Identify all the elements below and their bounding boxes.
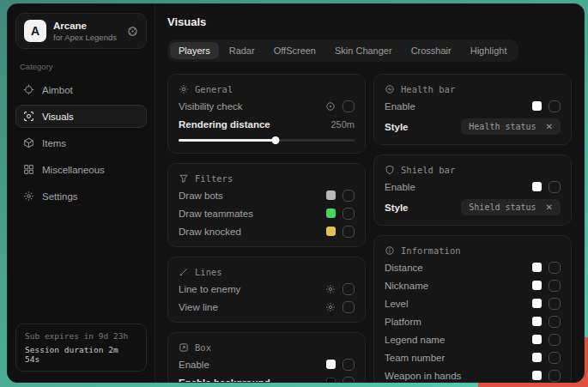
checkbox[interactable]	[342, 301, 355, 313]
info-icon	[385, 245, 395, 256]
card-title: Shield bar	[401, 165, 455, 175]
color-swatch[interactable]	[532, 101, 542, 111]
rendering-distance-slider[interactable]	[179, 136, 355, 144]
sidebar-item-miscellaneous[interactable]: Miscellaneous	[15, 158, 147, 181]
category-label: Category	[20, 62, 142, 71]
setting-row-draw-teammates: Draw teammates	[179, 207, 355, 220]
setting-row-view-line: View line	[179, 300, 355, 313]
setting-row-draw-knocked: Draw knocked	[179, 225, 355, 238]
checkbox[interactable]	[549, 262, 561, 274]
sidebar-item-settings[interactable]: Settings	[15, 184, 147, 208]
health-style-select[interactable]: Health status ✕	[461, 118, 561, 135]
color-swatch[interactable]	[532, 263, 542, 272]
tab-crosshair[interactable]: Crosshair	[403, 42, 460, 59]
checkbox[interactable]	[342, 377, 355, 384]
card-title: Filters	[195, 173, 233, 184]
shield-style-select[interactable]: Shield status ✕	[461, 199, 561, 215]
logo-card: A Arcane for Apex Legends	[15, 13, 147, 49]
checkbox[interactable]	[342, 190, 355, 202]
checkbox[interactable]	[549, 100, 561, 112]
card-information: Information Distance Nickname	[373, 235, 572, 383]
sidebar-item-items[interactable]: Items	[15, 131, 147, 154]
color-swatch[interactable]	[326, 190, 336, 200]
tabbar: Players Radar OffScreen Skin Changer Cro…	[167, 39, 518, 62]
app-subtitle: for Apex Legends	[53, 33, 120, 42]
checkbox[interactable]	[342, 208, 355, 220]
clear-icon[interactable]: ✕	[546, 123, 553, 131]
aperture-icon[interactable]	[127, 26, 138, 37]
checkbox[interactable]	[549, 334, 561, 346]
tab-radar[interactable]: Radar	[221, 42, 264, 59]
setting-row-health-style: Style Health status ✕	[385, 118, 561, 136]
setting-row-level: Level	[385, 297, 561, 310]
sidebar-item-label: Aimbot	[42, 85, 73, 95]
color-swatch[interactable]	[532, 182, 542, 191]
setting-row-box-enable: Enable	[179, 358, 355, 371]
setting-row-legend-name: Legend name	[385, 333, 561, 346]
checkbox[interactable]	[549, 316, 561, 328]
setting-row-box-enable-background: Enable background	[179, 376, 355, 383]
checkbox[interactable]	[549, 280, 561, 292]
funnel-icon	[179, 173, 189, 184]
checkbox[interactable]	[342, 283, 355, 295]
gear-icon	[23, 190, 34, 202]
tab-highlight[interactable]: Highlight	[462, 42, 516, 59]
card-title: Information	[401, 245, 461, 256]
tab-players[interactable]: Players	[170, 42, 219, 59]
color-swatch[interactable]	[532, 281, 542, 290]
sidebar-item-label: Visuals	[42, 112, 74, 122]
main-panel: Visuals Players Radar OffScreen Skin Cha…	[155, 4, 584, 382]
color-swatch[interactable]	[326, 378, 336, 383]
card-general: General Visibility check	[167, 74, 366, 154]
color-swatch[interactable]	[532, 353, 542, 362]
eye-icon[interactable]	[325, 101, 336, 112]
setting-row-line-to-enemy: Line to enemy	[179, 282, 355, 295]
checkbox[interactable]	[342, 359, 355, 371]
checkbox[interactable]	[342, 226, 355, 238]
checkbox[interactable]	[549, 181, 561, 193]
color-swatch[interactable]	[532, 317, 542, 326]
checkbox[interactable]	[549, 370, 561, 382]
box-icon	[179, 342, 189, 353]
card-title: Health bar	[401, 84, 455, 94]
app-window: A Arcane for Apex Legends Category	[7, 3, 585, 383]
tab-skin-changer[interactable]: Skin Changer	[326, 42, 401, 59]
crosshair-icon	[23, 84, 34, 95]
health-icon	[385, 84, 395, 94]
sidebar-item-aimbot[interactable]: Aimbot	[15, 78, 147, 101]
checkbox[interactable]	[549, 298, 561, 310]
sidebar-item-label: Miscellaneous	[42, 165, 105, 175]
color-swatch[interactable]	[326, 227, 336, 236]
color-swatch[interactable]	[532, 299, 542, 308]
tab-offscreen[interactable]: OffScreen	[265, 42, 324, 59]
checkbox[interactable]	[342, 100, 355, 112]
sidebar-item-label: Settings	[42, 191, 78, 202]
scan-eye-icon	[23, 111, 34, 122]
cube-icon	[23, 137, 34, 148]
color-swatch[interactable]	[326, 360, 336, 369]
line-icon	[179, 267, 189, 277]
card-title: General	[195, 84, 233, 94]
color-swatch[interactable]	[326, 209, 336, 218]
setting-row-shield-enable: Enable	[385, 180, 561, 193]
color-swatch[interactable]	[532, 371, 542, 380]
page-title: Visuals	[167, 15, 572, 28]
setting-row-rendering-distance: Rendering distance 250m	[179, 118, 355, 130]
setting-row-nickname: Nickname	[385, 279, 561, 292]
card-title: Lines	[195, 267, 222, 277]
card-lines: Lines Line to enemy	[167, 257, 366, 323]
color-swatch[interactable]	[532, 335, 542, 344]
sub-expires-text: Sub expires in 9d 23h	[25, 331, 137, 341]
card-title: Box	[195, 342, 211, 353]
gear-icon[interactable]	[325, 284, 336, 294]
clear-icon[interactable]: ✕	[546, 203, 553, 212]
setting-row-weapon-in-hands: Weapon in hands	[385, 369, 561, 382]
slider-thumb[interactable]	[271, 136, 279, 144]
session-duration-text: Session duration 2m 54s	[25, 345, 137, 364]
checkbox[interactable]	[549, 352, 561, 364]
shield-icon	[385, 165, 395, 175]
sidebar-item-visuals[interactable]: Visuals	[15, 105, 147, 128]
slider-value: 250m	[330, 119, 355, 130]
gear-icon[interactable]	[325, 302, 336, 312]
sidebar-item-label: Items	[42, 138, 66, 148]
